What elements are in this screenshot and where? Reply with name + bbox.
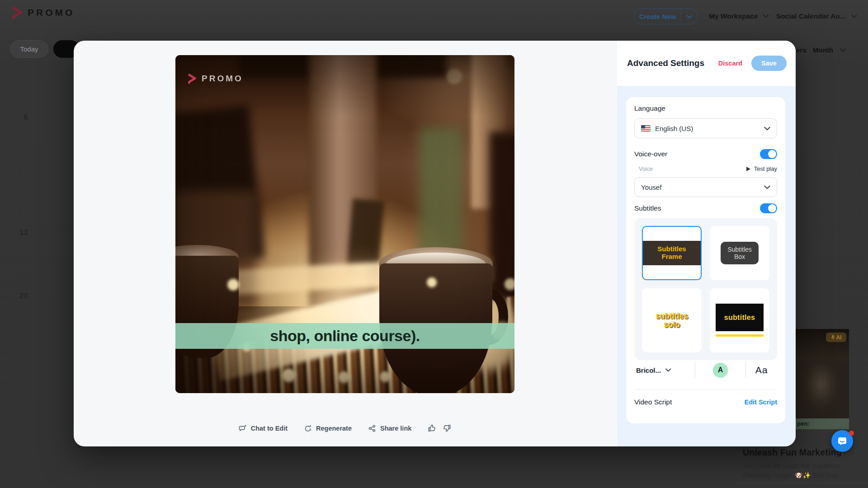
filters-label-partial[interactable]: ters [794,46,807,54]
divider [740,483,868,483]
subtitles-toggle[interactable] [760,203,777,213]
video-preview[interactable]: PROMO shop, online course). [175,55,514,393]
month-view-select[interactable]: Month [813,46,846,54]
subtitle-styles-grid: Subtitles Frame Subtitles Box subtitles … [634,218,777,360]
chevron-down-icon [764,127,770,131]
background-video-thumbnail[interactable]: AI pen: [796,329,849,429]
dog-silhouette [801,357,841,412]
ai-voice-badge: AI [826,333,846,342]
month-label: Month [813,46,833,54]
chevron-down-icon [665,368,671,372]
voice-label: Voice [639,166,653,172]
share-icon [368,424,376,432]
share-link-button[interactable]: Share link [368,424,411,432]
advanced-settings-panel: Advanced Settings Discard Save Language … [617,41,796,446]
voice-row: Voice Test play [634,165,777,172]
video-script-label: Video Script [634,398,672,406]
language-select[interactable]: English (US) [634,118,777,138]
video-subtitle-band: shop, online course). [175,323,514,349]
edit-script-link[interactable]: Edit Script [744,399,777,406]
style-preview-solo: subtitles solo [646,312,697,329]
chat-bubble-icon [837,436,848,446]
ai-badge-label: AI [836,334,842,341]
calendar-date[interactable]: 20 [8,291,28,300]
font-color-button[interactable]: A [713,363,728,378]
font-size-button[interactable]: Aa [755,365,768,375]
divider [634,389,777,389]
thumbs-up-icon[interactable] [428,424,436,432]
app-logo[interactable]: PROMO [11,6,75,19]
subtitle-style-underline[interactable]: subtitles [710,288,769,352]
voice-over-row: Voice-over [634,149,777,159]
style-preview-underline: subtitles [716,304,764,337]
thumbnail-subtitle-fragment: pen: [796,418,849,429]
video-preview-modal: PROMO shop, online course). Chat to Edit [74,41,796,446]
save-button[interactable]: Save [751,56,787,71]
video-script-row: Video Script Edit Script [634,398,777,406]
subtitle-style-solo[interactable]: subtitles solo [642,288,702,352]
style-preview-box: Subtitles Box [721,242,759,264]
font-family-select[interactable]: Bricol... [634,366,695,374]
subtitles-row: Subtitles [634,203,777,213]
font-name: Bricol... [636,366,661,374]
test-play-button[interactable]: Test play [746,165,777,172]
create-new-button[interactable]: Create New [634,9,698,24]
workspace-menu[interactable]: My Workspace [709,12,769,20]
subtitle-font-row: Bricol... A Aa [634,360,777,380]
project-label: Social Calendar Au... [776,12,846,20]
us-flag-icon [641,125,651,131]
chat-sparkle-icon [239,424,247,432]
voice-over-label: Voice-over [634,150,667,158]
brand-name: PROMO [28,7,75,18]
discard-button[interactable]: Discard [718,60,742,67]
workspace-label: My Workspace [709,12,758,20]
chat-to-edit-button[interactable]: Chat to Edit [239,424,288,432]
settings-card: Language English (US) Voice-over Voice T… [626,97,785,423]
promo-watermark: PROMO [187,73,243,84]
yellow-underline-bar [716,334,764,337]
panel-title: Advanced Settings [627,58,718,68]
subtitle-style-box[interactable]: Subtitles Box [710,226,769,280]
chevron-down-icon[interactable] [681,9,698,24]
project-menu[interactable]: Social Calendar Au... [776,12,857,20]
subtitles-label: Subtitles [634,204,661,212]
watermark-text: PROMO [202,74,243,84]
language-value: English (US) [655,125,693,132]
promo-play-icon [11,6,24,19]
background-card-description: You came for dogs, but stayed for market… [743,461,852,480]
video-action-bar: Chat to Edit Regenerate Share li [175,424,514,432]
create-new-label: Create New [634,9,681,24]
voice-value: Yousef [641,183,661,191]
notification-dot [849,431,854,436]
video-subtitle-text: shop, online course). [270,327,420,345]
subtitle-style-frame[interactable]: Subtitles Frame [642,226,702,280]
chevron-down-icon [851,14,857,18]
promo-play-icon [187,73,197,84]
play-icon [746,167,750,171]
button-divider [681,9,681,24]
language-label: Language [634,104,777,113]
voice-select[interactable]: Yousef [634,177,777,197]
preview-section: PROMO shop, online course). Chat to Edit [74,41,617,446]
feedback-buttons [428,424,451,432]
regenerate-button[interactable]: Regenerate [304,424,352,432]
today-button[interactable]: Today [10,40,48,58]
microphone-icon [831,334,835,340]
calendar-date[interactable]: 13 [8,228,28,237]
background-card-title[interactable]: Unleash Fun Marketing [743,447,842,458]
chevron-down-icon [763,14,769,18]
panel-header: Advanced Settings Discard Save [617,41,796,86]
regenerate-icon [304,424,312,432]
voice-over-toggle[interactable] [760,149,777,159]
chevron-down-icon [840,48,846,52]
thumbs-down-icon[interactable] [443,424,451,432]
chevron-down-icon [764,185,770,189]
calendar-date[interactable]: 6 [8,113,28,122]
style-preview-frame: Subtitles Frame [643,241,701,265]
